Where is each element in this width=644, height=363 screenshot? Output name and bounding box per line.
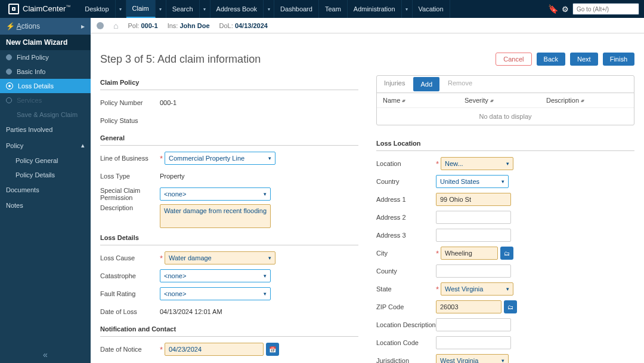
jurisdiction-select[interactable]: West Virginia▾ bbox=[436, 354, 509, 363]
col-name[interactable]: Name▴▾ bbox=[383, 97, 465, 104]
state-select[interactable]: West Virginia▾ bbox=[441, 282, 513, 296]
wizard-step-3: Services bbox=[0, 93, 91, 107]
loss-location-header: Loss Location bbox=[376, 136, 634, 151]
finish-button[interactable]: Finish bbox=[603, 53, 634, 66]
address2-input[interactable] bbox=[436, 211, 511, 224]
chevron-down-icon[interactable]: ▾ bbox=[156, 0, 166, 18]
chevron-down-icon[interactable]: ▾ bbox=[402, 0, 413, 18]
loss-type-value: Property bbox=[160, 173, 185, 180]
table-empty-message: No data to display bbox=[377, 108, 634, 125]
status-dot-icon bbox=[97, 22, 104, 29]
location-code-input[interactable] bbox=[436, 336, 511, 349]
wizard-header: New Claim Wizard bbox=[0, 35, 91, 50]
special-claim-permission-select[interactable]: <none>▾ bbox=[160, 187, 271, 201]
sidebar-save-assign: Save & Assign Claim bbox=[0, 107, 91, 122]
next-button[interactable]: Next bbox=[570, 53, 598, 66]
house-icon: ⌂ bbox=[113, 21, 118, 30]
tab-injuries[interactable]: Injuries bbox=[377, 76, 412, 93]
zip-input[interactable]: 26003 bbox=[436, 300, 501, 313]
address1-input[interactable]: 99 Ohio St bbox=[436, 193, 511, 206]
back-button[interactable]: Back bbox=[537, 53, 565, 66]
injuries-table: Injuries Add Remove Name▴▾ Severity▴▾ De… bbox=[376, 75, 634, 125]
remove-button: Remove bbox=[441, 76, 479, 93]
sidebar-notes[interactable]: Notes bbox=[0, 198, 91, 213]
app-logo: ClaimCenter™ bbox=[0, 4, 79, 14]
country-select[interactable]: United States▾ bbox=[436, 175, 509, 188]
zip-lookup-icon[interactable]: 🗂 bbox=[504, 300, 517, 313]
page-title: Step 3 of 5: Add claim information bbox=[100, 53, 261, 66]
general-header: General bbox=[100, 131, 358, 146]
location-description-input[interactable] bbox=[436, 318, 511, 331]
description-textarea[interactable]: Water damage from recent flooding bbox=[160, 204, 271, 228]
chevron-right-icon: ▸ bbox=[81, 22, 85, 30]
chevron-down-icon[interactable]: ▾ bbox=[200, 0, 210, 18]
sidebar-documents[interactable]: Documents bbox=[0, 182, 91, 198]
date-of-loss-value: 04/13/2024 12:01 AM bbox=[160, 308, 222, 315]
logo-icon bbox=[8, 4, 19, 14]
global-search-input[interactable] bbox=[572, 3, 639, 15]
chevron-down-icon: ▾ bbox=[264, 291, 267, 297]
chevron-down-icon: ▾ bbox=[264, 273, 267, 279]
fault-rating-select[interactable]: <none>▾ bbox=[160, 287, 271, 300]
nav-desktop[interactable]: Desktop bbox=[79, 0, 115, 18]
col-severity[interactable]: Severity▴▾ bbox=[465, 97, 546, 104]
chevron-down-icon: ▾ bbox=[501, 358, 504, 363]
chevron-down-icon: ▾ bbox=[506, 286, 509, 292]
county-input[interactable] bbox=[436, 264, 511, 278]
nav-vacation[interactable]: Vacation bbox=[413, 0, 450, 18]
actions-label: ctions bbox=[21, 22, 40, 30]
policy-number-value: 000-1 bbox=[160, 99, 177, 106]
nav-search[interactable]: Search bbox=[166, 0, 200, 18]
chevron-down-icon: ▾ bbox=[268, 155, 271, 161]
city-input[interactable]: Wheeling bbox=[441, 247, 498, 260]
sidebar-collapse-icon[interactable]: « bbox=[0, 346, 91, 363]
chevron-down-icon: ▾ bbox=[264, 191, 267, 197]
chevron-up-icon: ▴ bbox=[81, 141, 85, 149]
address3-input[interactable] bbox=[436, 229, 511, 242]
date-of-notice-input[interactable]: 04/23/2024 bbox=[165, 343, 264, 356]
cancel-button[interactable]: Cancel bbox=[496, 53, 531, 66]
chevron-down-icon: ▾ bbox=[501, 179, 504, 184]
nav-dashboard[interactable]: Dashboard bbox=[274, 0, 319, 18]
catastrophe-select[interactable]: <none>▾ bbox=[160, 269, 271, 282]
wizard-step-1[interactable]: Basic Info bbox=[0, 64, 91, 79]
gear-icon[interactable]: ⚙ bbox=[562, 5, 569, 14]
loss-details-header: Loss Details bbox=[100, 230, 358, 245]
chevron-down-icon[interactable]: ▾ bbox=[264, 0, 274, 18]
nav-team[interactable]: Team bbox=[319, 0, 348, 18]
chevron-down-icon: ▾ bbox=[268, 255, 271, 261]
chevron-down-icon: ▾ bbox=[506, 161, 509, 167]
sidebar-policy-general[interactable]: Policy General bbox=[0, 153, 91, 168]
actions-menu[interactable]: ⚡ Actions ▸ bbox=[0, 18, 91, 35]
wizard-step-0[interactable]: Find Policy bbox=[0, 50, 91, 64]
nav-address-book[interactable]: Address Book bbox=[210, 0, 264, 18]
loss-cause-select[interactable]: Water damage▾ bbox=[165, 251, 275, 264]
calendar-icon[interactable]: 📅 bbox=[266, 343, 279, 356]
nav-administration[interactable]: Administration bbox=[348, 0, 402, 18]
wizard-step-2[interactable]: Loss Details bbox=[0, 79, 91, 93]
notification-header: Notification and Contact bbox=[100, 322, 358, 337]
col-description[interactable]: Description▴▾ bbox=[546, 97, 628, 104]
sidebar-policy[interactable]: Policy▴ bbox=[0, 137, 91, 153]
location-select[interactable]: New...▾ bbox=[441, 157, 513, 170]
address-lookup-icon[interactable]: 🗂 bbox=[500, 247, 513, 260]
sidebar-policy-details[interactable]: Policy Details bbox=[0, 168, 91, 182]
add-button[interactable]: Add bbox=[413, 77, 439, 91]
claim-policy-header: Claim Policy bbox=[100, 75, 358, 90]
sidebar-parties[interactable]: Parties Involved bbox=[0, 122, 91, 137]
chevron-down-icon[interactable]: ▾ bbox=[116, 0, 126, 18]
line-of-business-select[interactable]: Commercial Property Line▾ bbox=[165, 152, 275, 165]
bookmark-icon[interactable]: 🔖 bbox=[548, 4, 558, 14]
nav-claim[interactable]: Claim bbox=[126, 0, 156, 18]
